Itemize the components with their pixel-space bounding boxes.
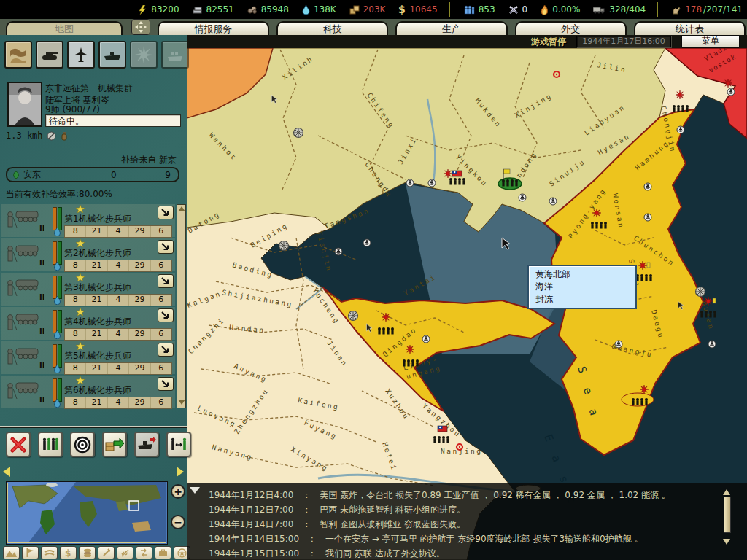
- arrows-icon: [139, 548, 149, 557]
- supply-drop-icon: [54, 365, 61, 373]
- resource-money: $ 10645: [398, 4, 437, 15]
- move-arrows-icon: [135, 21, 147, 33]
- division-stats: 8214296: [64, 328, 172, 341]
- log-collapse-icon[interactable]: [190, 487, 200, 494]
- tab-intelligence[interactable]: 情报服务: [158, 21, 269, 35]
- division-name: 第5机械化步兵师: [64, 350, 131, 362]
- army-mode-button[interactable]: [36, 41, 63, 69]
- division-row[interactable]: II 第2机械化步兵师 8214296: [1, 238, 175, 271]
- menu-button[interactable]: 菜单: [681, 35, 740, 48]
- dissent-icon: [541, 5, 549, 15]
- veterancy-star-icon: [76, 273, 85, 281]
- log-line: 1944年1月15日15:00 ： 我们同 苏联 达成了外交协议。: [209, 548, 445, 560]
- scroll-down-icon[interactable]: [178, 400, 185, 405]
- veterancy-star-icon: [76, 239, 85, 247]
- combat-mode-button[interactable]: [130, 41, 158, 69]
- revolt-mapmode-button[interactable]: [136, 546, 152, 559]
- supply-value-1: 0: [111, 170, 117, 180]
- resource-manpower: 853: [463, 4, 495, 15]
- zoom-out-button[interactable]: −: [171, 515, 185, 529]
- tab-technology[interactable]: 科技: [276, 21, 388, 35]
- unit-speed: 1.3 kmh: [6, 131, 43, 141]
- unit-status: 待命中。: [45, 114, 181, 127]
- tab-diplomacy[interactable]: 外交: [515, 21, 627, 35]
- rare-materials-icon: [247, 5, 258, 14]
- political-mapmode-button[interactable]: [22, 546, 39, 559]
- game-window: 83200 82551 85948 138K 203K $ 10645 853 …: [0, 0, 747, 560]
- tab-map[interactable]: 地图: [6, 21, 123, 35]
- oil-icon: [302, 5, 310, 15]
- scroll-up-icon[interactable]: [178, 206, 185, 211]
- disband-button[interactable]: [6, 432, 31, 457]
- map-mode-button[interactable]: [4, 41, 32, 69]
- supply-drop-icon: [54, 399, 61, 408]
- reorganize-button[interactable]: [38, 432, 63, 457]
- resbar-separator: [657, 2, 658, 17]
- goto-unit-button[interactable]: [158, 240, 174, 254]
- goto-unit-button[interactable]: [158, 377, 174, 391]
- tab-statistics[interactable]: 统计表: [634, 21, 746, 35]
- carrier-icon: [103, 45, 122, 64]
- division-stats: 8214296: [64, 362, 172, 375]
- convoy-mode-button[interactable]: [161, 41, 189, 69]
- sidebar: 东非远征第一机械集群 陆军上将 基利岑 9师 (900/77) 待命中。 1.3…: [0, 35, 187, 560]
- weather-mapmode-button[interactable]: [41, 546, 58, 559]
- log-scroll-up-icon[interactable]: [723, 489, 730, 495]
- navy-mode-button[interactable]: [98, 41, 126, 69]
- minimap[interactable]: [6, 481, 168, 545]
- goto-unit-button[interactable]: [158, 308, 174, 322]
- bullseye-icon: [74, 436, 91, 454]
- air-mode-button[interactable]: [67, 41, 95, 69]
- mech-infantry-icon: [3, 343, 44, 372]
- resource-metal: 82551: [193, 4, 234, 15]
- division-row[interactable]: II 第4机械化步兵师 8214296: [1, 307, 175, 340]
- veterancy-star-icon: [76, 342, 85, 350]
- resource-oil: 138K: [302, 4, 336, 15]
- dig-in-icon: [61, 131, 68, 141]
- supply-transfer-button[interactable]: [102, 432, 127, 457]
- division-stats: 8214296: [64, 294, 172, 306]
- partisan-mapmode-button[interactable]: [117, 546, 133, 559]
- terrain-mapmode-button[interactable]: [3, 546, 20, 559]
- resource-officers: 178/207/141: [671, 4, 743, 15]
- resource-energy: 83200: [138, 4, 179, 15]
- scroll-left-arrow[interactable]: [3, 467, 10, 477]
- division-size-marker: II: [39, 259, 44, 267]
- move-view-button[interactable]: [131, 19, 150, 35]
- infra-mapmode-button[interactable]: [98, 546, 115, 559]
- supply-route-row[interactable]: 安东 0 9: [6, 167, 179, 182]
- economy-mapmode-button[interactable]: $: [60, 546, 77, 559]
- goto-unit-button[interactable]: [158, 274, 174, 288]
- combat-burst-icon: [134, 45, 153, 64]
- division-row[interactable]: II 第1机械化步兵师 8214296: [1, 204, 175, 237]
- objective-button[interactable]: [70, 432, 95, 457]
- mech-infantry-icon: [3, 240, 44, 269]
- division-row[interactable]: II 第6机械化步兵师 8214296: [1, 376, 175, 408]
- supplies-icon: [349, 5, 360, 15]
- tab-production[interactable]: 生产: [395, 21, 507, 35]
- log-scroll-down-icon[interactable]: [723, 539, 730, 545]
- supply-drop-icon: [54, 330, 61, 339]
- division-row[interactable]: II 第5机械化步兵师 8214296: [1, 341, 175, 374]
- unit-jp-vladivostok-border[interactable]: [724, 79, 732, 88]
- unit-command-buttons: [6, 432, 191, 457]
- division-size-marker: II: [39, 327, 44, 335]
- division-row[interactable]: II 第3机械化步兵师 8214296: [1, 273, 175, 306]
- goto-unit-button[interactable]: [158, 206, 174, 219]
- resources-mapmode-button[interactable]: [79, 546, 96, 559]
- convoy-ship-icon: [166, 45, 185, 64]
- division-list-scrollbar[interactable]: [177, 204, 186, 408]
- goto-unit-button[interactable]: [158, 343, 174, 357]
- ship-arrow-icon: [137, 437, 156, 453]
- scroll-right-arrow[interactable]: [177, 467, 184, 477]
- commander-portrait: [7, 82, 42, 127]
- log-scroll-handle[interactable]: [724, 497, 731, 533]
- merge-units-button[interactable]: [166, 432, 191, 457]
- naval-transport-button[interactable]: [134, 432, 159, 457]
- svg-text:$: $: [65, 548, 71, 558]
- log-scrollbar[interactable]: [722, 489, 731, 545]
- supply-drop-icon: [54, 228, 61, 236]
- resource-transports: 0: [508, 4, 528, 15]
- zoom-in-button[interactable]: +: [171, 484, 185, 499]
- diplomacy-mapmode-button[interactable]: [155, 546, 171, 559]
